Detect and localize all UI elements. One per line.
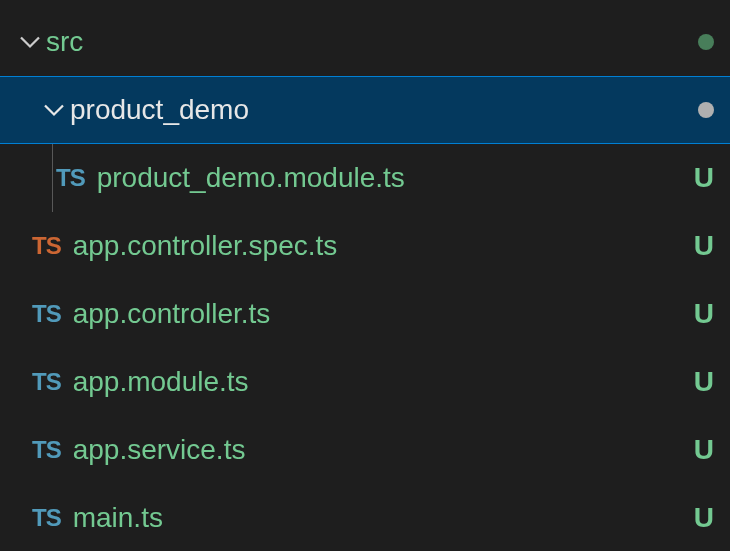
vcs-status-badge: U — [694, 230, 714, 262]
file-item[interactable]: TSapp.controller.tsU — [0, 280, 730, 348]
status-indicator — [698, 34, 714, 50]
file-label: app.module.ts — [73, 366, 694, 398]
file-label: product_demo.module.ts — [97, 162, 694, 194]
chevron-down-icon — [14, 30, 46, 54]
vcs-status-badge: U — [694, 434, 714, 466]
file-item[interactable]: TSapp.controller.spec.tsU — [0, 212, 730, 280]
vcs-status-badge: U — [694, 298, 714, 330]
file-item[interactable]: TSapp.service.tsU — [0, 416, 730, 484]
vcs-status-badge: U — [694, 162, 714, 194]
status-indicator — [698, 102, 714, 118]
file-label: app.controller.spec.ts — [73, 230, 694, 262]
chevron-down-icon — [38, 98, 70, 122]
folder-label: product_demo — [70, 94, 698, 126]
folder-src[interactable]: src — [0, 8, 730, 76]
vcs-status-badge: U — [694, 502, 714, 534]
typescript-icon: TS — [32, 368, 61, 396]
typescript-icon: TS — [32, 300, 61, 328]
typescript-icon: TS — [32, 504, 61, 532]
dot-icon — [698, 34, 714, 50]
folder-label: src — [46, 26, 698, 58]
dot-icon — [698, 102, 714, 118]
file-item[interactable]: TSproduct_demo.module.tsU — [0, 144, 730, 212]
file-label: main.ts — [73, 502, 694, 534]
folder-product-demo[interactable]: product_demo — [0, 76, 730, 144]
file-label: app.service.ts — [73, 434, 694, 466]
file-item[interactable]: TSmain.tsU — [0, 484, 730, 551]
file-explorer-tree: src product_demo TSproduct_demo.module.t… — [0, 0, 730, 551]
file-label: app.controller.ts — [73, 298, 694, 330]
vcs-status-badge: U — [694, 366, 714, 398]
file-item[interactable]: TSapp.module.tsU — [0, 348, 730, 416]
typescript-icon: TS — [32, 436, 61, 464]
typescript-icon: TS — [32, 232, 61, 260]
typescript-icon: TS — [56, 164, 85, 192]
indent-guide — [52, 144, 53, 212]
